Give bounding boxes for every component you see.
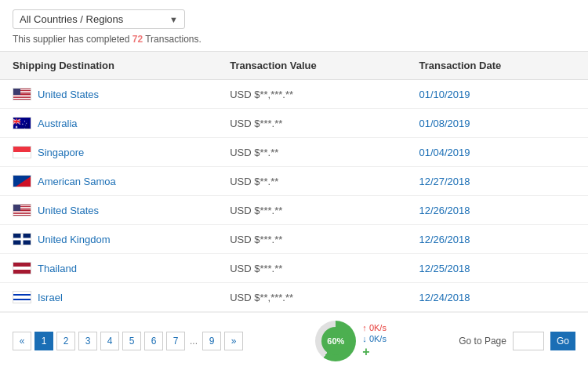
transaction-count-number: 72	[132, 34, 143, 45]
flag-icon-3	[13, 175, 31, 187]
flag-icon-4	[13, 204, 31, 216]
goto-input[interactable]	[513, 332, 544, 350]
date-cell-7: 12/24/2018	[406, 283, 588, 312]
value-cell-0: USD $**,***.**	[217, 80, 406, 109]
pagination-middle: 60% ↑ 0K/s ↓ 0K/s +	[315, 321, 387, 361]
progress-badge: 60%	[315, 321, 356, 361]
country-cell-7: Israel	[0, 283, 217, 312]
flag-icon-1	[13, 117, 31, 129]
country-cell-inner: Australia	[13, 117, 205, 129]
table-row: United States USD $***.**12/26/2018	[0, 196, 588, 225]
goto-container: Go to Page Go	[459, 332, 575, 350]
country-cell-0: United States	[0, 80, 217, 109]
transaction-summary: This supplier has completed 72 Transacti…	[13, 34, 575, 45]
top-bar: All Countries / Regions ▼ This supplier …	[0, 0, 588, 51]
col-header-destination: Shipping Destination	[0, 52, 217, 80]
dropdown-label: All Countries / Regions	[20, 13, 123, 25]
transactions-table-container: Shipping Destination Transaction Value T…	[0, 51, 588, 312]
country-cell-inner: Thailand	[13, 262, 205, 274]
date-cell-5: 12/26/2018	[406, 225, 588, 254]
flag-icon-5	[13, 233, 31, 245]
page-4-btn[interactable]: 4	[100, 332, 119, 350]
goto-button[interactable]: Go	[550, 332, 575, 350]
table-row: American Samoa USD $**.**12/27/2018	[0, 167, 588, 196]
table-row: United Kingdom USD $***.**12/26/2018	[0, 225, 588, 254]
country-cell-4: United States	[0, 196, 217, 225]
dropdown-arrow-icon: ▼	[169, 15, 178, 24]
country-name-6[interactable]: Thailand	[38, 263, 77, 274]
country-cell-inner: United Kingdom	[13, 233, 205, 245]
value-cell-5: USD $***.**	[217, 225, 406, 254]
table-row: United States USD $**,***.**01/10/2019	[0, 80, 588, 109]
country-name-5[interactable]: United Kingdom	[38, 234, 111, 245]
country-cell-2: Singapore	[0, 138, 217, 167]
page-6-btn[interactable]: 6	[144, 332, 163, 350]
table-row: Thailand USD $***.**12/25/2018	[0, 254, 588, 283]
progress-inner: 60%	[321, 327, 350, 355]
flag-icon-0	[13, 88, 31, 100]
stats-down: ↓ 0K/s	[362, 334, 387, 343]
country-cell-inner: Israel	[13, 291, 205, 303]
stats-up: ↑ 0K/s	[362, 323, 387, 332]
value-cell-7: USD $**,***.**	[217, 283, 406, 312]
date-cell-6: 12/25/2018	[406, 254, 588, 283]
value-cell-4: USD $***.**	[217, 196, 406, 225]
date-cell-1: 01/08/2019	[406, 109, 588, 138]
transactions-table: Shipping Destination Transaction Value T…	[0, 51, 588, 312]
country-cell-6: Thailand	[0, 254, 217, 283]
date-cell-0: 01/10/2019	[406, 80, 588, 109]
country-cell-inner: United States	[13, 88, 205, 100]
stats-mini: ↑ 0K/s ↓ 0K/s +	[362, 323, 387, 359]
page-prev-btn[interactable]: «	[13, 332, 31, 350]
value-cell-2: USD $**.**	[217, 138, 406, 167]
country-name-1[interactable]: Australia	[38, 118, 78, 129]
table-header-row: Shipping Destination Transaction Value T…	[0, 52, 588, 80]
pagination-controls: « 1 2 3 4 5 6 7 ... 9 »	[13, 332, 243, 350]
col-header-date: Transaction Date	[406, 52, 588, 80]
stats-plus: +	[362, 345, 387, 359]
col-header-value: Transaction Value	[217, 52, 406, 80]
value-cell-3: USD $**.**	[217, 167, 406, 196]
page-2-btn[interactable]: 2	[56, 332, 75, 350]
country-name-0[interactable]: United States	[38, 89, 99, 100]
country-name-4[interactable]: United States	[38, 205, 99, 216]
pagination-ellipsis: ...	[188, 336, 199, 347]
country-cell-inner: United States	[13, 204, 205, 216]
progress-percent: 60%	[327, 336, 344, 346]
country-cell-3: American Samoa	[0, 167, 217, 196]
country-cell-1: Australia	[0, 109, 217, 138]
page-last-btn[interactable]: 9	[202, 332, 221, 350]
date-cell-3: 12/27/2018	[406, 167, 588, 196]
summary-text: This supplier has completed	[13, 34, 132, 45]
value-cell-6: USD $***.**	[217, 254, 406, 283]
page-5-btn[interactable]: 5	[122, 332, 141, 350]
summary-suffix: Transactions.	[143, 34, 201, 45]
country-name-7[interactable]: Israel	[38, 292, 63, 303]
table-row: Australia USD $***.**01/08/2019	[0, 109, 588, 138]
flag-icon-2	[13, 146, 31, 158]
table-row: Singapore USD $**.**01/04/2019	[0, 138, 588, 167]
country-name-2[interactable]: Singapore	[38, 147, 84, 158]
country-name-3[interactable]: American Samoa	[38, 176, 116, 187]
page-next-btn[interactable]: »	[224, 332, 243, 350]
country-cell-inner: American Samoa	[13, 175, 205, 187]
page-1-btn[interactable]: 1	[34, 332, 53, 350]
country-cell-inner: Singapore	[13, 146, 205, 158]
pagination-bar: « 1 2 3 4 5 6 7 ... 9 » 60% ↑ 0K/s ↓ 0K/…	[0, 312, 588, 369]
table-row: Israel USD $**,***.**12/24/2018	[0, 283, 588, 312]
flag-icon-7	[13, 291, 31, 303]
value-cell-1: USD $***.**	[217, 109, 406, 138]
page-3-btn[interactable]: 3	[78, 332, 97, 350]
date-cell-2: 01/04/2019	[406, 138, 588, 167]
flag-icon-6	[13, 262, 31, 274]
page-7-btn[interactable]: 7	[166, 332, 185, 350]
goto-label: Go to Page	[459, 336, 506, 347]
country-cell-5: United Kingdom	[0, 225, 217, 254]
date-cell-4: 12/26/2018	[406, 196, 588, 225]
country-dropdown[interactable]: All Countries / Regions ▼	[13, 9, 185, 29]
